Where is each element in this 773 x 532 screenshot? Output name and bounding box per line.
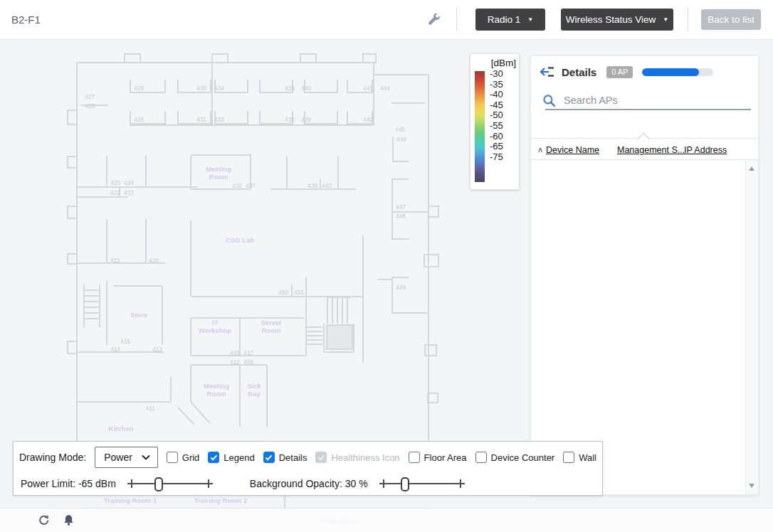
svg-text:413: 413 <box>152 346 162 353</box>
svg-text:SickBay: SickBay <box>247 382 261 398</box>
svg-text:MeetingRoom: MeetingRoom <box>206 165 231 181</box>
checkbox-label: Wall <box>579 452 596 463</box>
power-limit-slider[interactable] <box>127 476 213 491</box>
svg-text:416: 416 <box>230 349 240 356</box>
svg-text:411: 411 <box>145 405 155 412</box>
background-opacity-slider[interactable] <box>379 476 465 491</box>
table-scrollbar[interactable] <box>745 160 758 494</box>
progress-bar-fill <box>642 68 699 76</box>
column-device-name[interactable]: Device Name <box>546 145 599 155</box>
dbm-legend: [dBm] -30-35-40-45-50-55-60-65-75 <box>470 53 520 190</box>
search-aps-input[interactable] <box>562 94 729 107</box>
legend-colorbar <box>475 71 485 182</box>
drawing-mode-value: Power <box>104 452 132 463</box>
checkbox-details[interactable]: Details <box>263 452 307 463</box>
refresh-icon[interactable] <box>37 514 49 526</box>
scroll-down-icon[interactable] <box>749 484 754 488</box>
radio-dropdown-label: Radio 1 <box>488 14 521 25</box>
svg-text:431: 431 <box>196 116 206 123</box>
notification-bell-icon[interactable] <box>63 514 75 526</box>
svg-text:443: 443 <box>322 182 332 189</box>
svg-text:446: 446 <box>396 136 406 143</box>
svg-text:420: 420 <box>149 257 159 264</box>
back-to-list-button[interactable]: Back to list <box>701 9 761 30</box>
checkbox-label: Floor Area <box>424 452 467 463</box>
checkbox-grid[interactable]: Grid <box>167 452 200 463</box>
collapse-panel-icon[interactable] <box>540 66 555 78</box>
view-dropdown-label: Wireless Status View <box>566 14 656 25</box>
svg-text:429: 429 <box>134 85 144 92</box>
checkbox-legend[interactable]: Legend <box>208 452 254 463</box>
column-ip-address[interactable]: IP Address <box>684 145 727 155</box>
view-dropdown-button[interactable]: Wireless Status View ▼ <box>561 9 673 31</box>
details-panel: Details 0 AP ∧ Device Name Management S.… <box>530 55 759 495</box>
sort-ascending-icon[interactable]: ∧ <box>537 145 543 154</box>
checkbox-box[interactable] <box>263 452 275 463</box>
svg-text:425: 425 <box>110 179 120 186</box>
svg-text:Store: Store <box>130 311 147 319</box>
svg-text:437: 437 <box>246 182 256 189</box>
background-opacity-slider-thumb[interactable] <box>401 477 409 491</box>
drawing-controls-panel: Drawing Mode: Power GridLegendDetailsHea… <box>13 441 603 496</box>
checkbox-device-counter[interactable]: Device Counter <box>475 452 555 463</box>
floor-title: B2-F1 <box>11 14 41 26</box>
progress-bar[interactable] <box>642 68 713 76</box>
dropdown-caret-icon: ▼ <box>663 17 668 23</box>
svg-text:427: 427 <box>85 93 95 100</box>
checkbox-healthiness-icon: Healthiness Icon <box>315 452 399 463</box>
drawing-mode-label: Drawing Mode: <box>19 452 86 463</box>
checkbox-box[interactable] <box>563 452 574 463</box>
legend-tick: -30 <box>490 69 503 80</box>
svg-text:435: 435 <box>285 85 295 92</box>
header-divider <box>688 7 688 31</box>
svg-text:422: 422 <box>110 189 120 196</box>
checkbox-label: Grid <box>182 452 200 463</box>
radio-dropdown-button[interactable]: Radio 1 ▼ <box>475 9 545 31</box>
power-limit-slider-thumb[interactable] <box>154 477 163 491</box>
svg-text:424: 424 <box>124 179 134 186</box>
checkbox-label: Details <box>279 452 307 463</box>
svg-text:455: 455 <box>294 289 304 296</box>
checkbox-box[interactable] <box>409 452 420 463</box>
header-divider <box>456 7 457 31</box>
svg-text:438: 438 <box>307 182 317 189</box>
dropdown-caret-icon: ▼ <box>527 17 533 23</box>
table-header-row: ∧ Device Name Management S... IP Address <box>531 142 758 160</box>
legend-tick: -75 <box>490 152 503 163</box>
details-panel-title: Details <box>562 66 596 78</box>
wireless-map-app: 4274264294304344354404414444284314334364… <box>0 0 773 532</box>
svg-text:441: 441 <box>363 85 373 92</box>
scroll-up-icon[interactable] <box>749 166 754 171</box>
checkbox-wall[interactable]: Wall <box>563 452 596 463</box>
legend-tick: -35 <box>490 80 503 90</box>
legend-tick: -60 <box>490 132 503 142</box>
svg-text:447: 447 <box>396 203 406 211</box>
svg-text:442: 442 <box>363 116 373 123</box>
checkbox-box[interactable] <box>167 452 178 463</box>
checkbox-floor-area[interactable]: Floor Area <box>409 452 467 463</box>
svg-text:432: 432 <box>232 182 242 189</box>
top-header: B2-F1 Radio 1 ▼ Wireless Status View ▼ B… <box>0 0 773 40</box>
wrench-icon[interactable] <box>427 12 441 26</box>
svg-text:417: 417 <box>243 349 253 356</box>
svg-text:412: 412 <box>230 358 240 366</box>
legend-tick: -50 <box>490 110 503 121</box>
legend-tick: -65 <box>490 142 503 152</box>
svg-text:456: 456 <box>243 358 253 366</box>
checkbox-group: GridLegendDetailsHealthiness IconFloor A… <box>167 452 596 463</box>
svg-text:433: 433 <box>214 116 224 123</box>
svg-text:444: 444 <box>380 85 390 92</box>
svg-text:MeetingRoom: MeetingRoom <box>204 382 229 398</box>
drawing-mode-select[interactable]: Power <box>95 447 158 468</box>
controls-row-1: Drawing Mode: Power GridLegendDetailsHea… <box>14 442 602 470</box>
checkbox-box[interactable] <box>475 452 487 463</box>
column-management-state[interactable]: Management S... <box>617 145 685 155</box>
legend-title: [dBm] <box>491 58 516 68</box>
checkbox-box[interactable] <box>208 452 219 463</box>
search-row <box>542 92 750 108</box>
svg-text:CSG Lab: CSG Lab <box>226 236 254 244</box>
svg-text:414: 414 <box>110 346 120 353</box>
svg-text:415: 415 <box>120 338 130 345</box>
svg-text:430: 430 <box>196 85 206 92</box>
svg-text:428: 428 <box>134 116 144 123</box>
